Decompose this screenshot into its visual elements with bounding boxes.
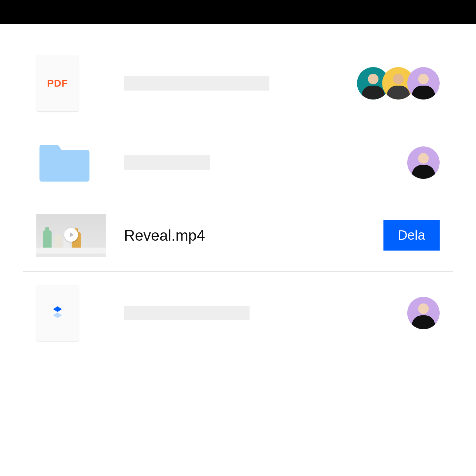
- window-titlebar: [0, 0, 476, 24]
- filename-placeholder: [124, 76, 269, 91]
- file-name: Reveal.mp4: [106, 226, 347, 244]
- pdf-badge: PDF: [47, 78, 68, 89]
- file-name: [106, 155, 347, 170]
- video-thumbnail: [36, 214, 106, 257]
- avatar[interactable]: [407, 297, 440, 329]
- avatar[interactable]: [407, 67, 440, 99]
- file-row-pdf[interactable]: PDF: [23, 54, 453, 126]
- file-list: PDF: [0, 24, 476, 354]
- share-button[interactable]: Dela: [383, 220, 440, 251]
- filename-placeholder: [124, 306, 250, 320]
- file-row-dropbox[interactable]: [23, 272, 453, 354]
- play-icon: [64, 228, 78, 242]
- file-icon: PDF: [36, 55, 106, 111]
- row-actions: Dela: [347, 220, 440, 251]
- dropbox-file-icon: [36, 285, 79, 341]
- folder-icon: [36, 141, 93, 184]
- avatar[interactable]: [407, 146, 440, 179]
- pdf-file-icon: PDF: [36, 55, 79, 111]
- filename-placeholder: [124, 155, 210, 170]
- collaborators: [347, 146, 440, 179]
- file-icon: [36, 141, 106, 184]
- svg-marker-1: [53, 312, 62, 318]
- file-icon: [36, 214, 106, 257]
- file-row-folder[interactable]: [23, 126, 453, 199]
- file-row-video[interactable]: Reveal.mp4 Dela: [23, 199, 453, 272]
- file-icon: [36, 285, 106, 341]
- collaborators: [347, 297, 440, 329]
- file-name: [106, 306, 347, 320]
- file-name: [106, 76, 347, 91]
- filename-text: Reveal.mp4: [124, 226, 205, 244]
- svg-marker-0: [53, 306, 62, 312]
- collaborators: [347, 67, 440, 99]
